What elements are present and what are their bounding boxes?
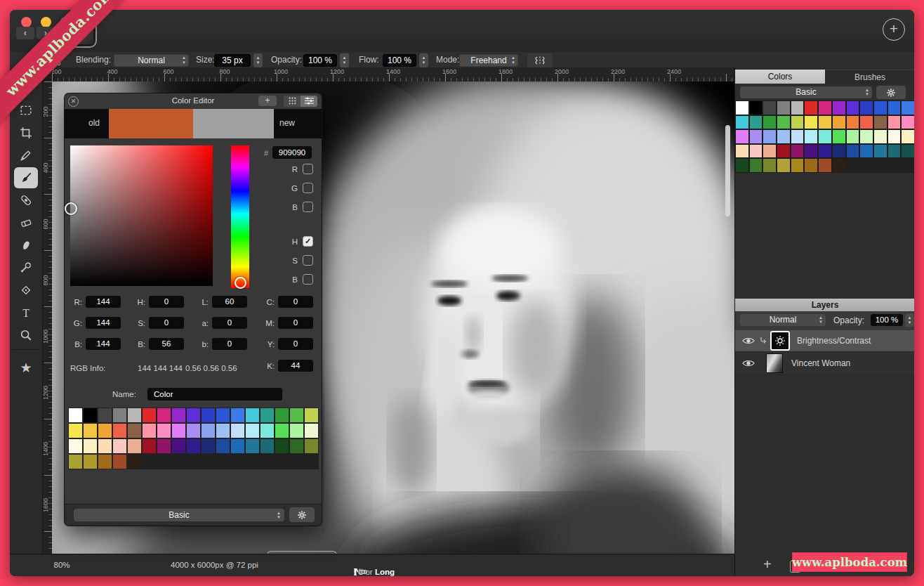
l-field[interactable]: 60 — [212, 296, 247, 308]
color-swatch[interactable] — [777, 115, 791, 130]
saturation-brightness-picker[interactable] — [70, 145, 213, 286]
color-swatch[interactable] — [245, 408, 260, 423]
color-swatch[interactable] — [157, 423, 171, 438]
color-swatch[interactable] — [216, 408, 230, 423]
checkbox-icon[interactable] — [303, 255, 313, 266]
channel-toggle-G[interactable]: G — [261, 183, 313, 193]
color-swatch[interactable] — [186, 438, 201, 454]
brush-stabilizer-button[interactable] — [527, 53, 553, 67]
color-swatch[interactable] — [832, 158, 846, 173]
color-swatch[interactable] — [98, 408, 112, 423]
color-swatch[interactable] — [901, 129, 914, 144]
paint-brush-tool[interactable] — [15, 167, 37, 188]
color-swatch[interactable] — [791, 100, 805, 115]
color-swatch[interactable] — [887, 115, 902, 130]
color-swatch[interactable] — [859, 115, 873, 130]
color-swatch[interactable] — [763, 144, 777, 159]
color-swatch[interactable] — [846, 115, 860, 130]
color-swatch[interactable] — [230, 408, 245, 423]
new-document-button[interactable]: + — [883, 18, 905, 41]
a-field[interactable]: 0 — [212, 317, 247, 329]
color-swatch[interactable] — [142, 408, 157, 423]
color-swatch[interactable] — [846, 100, 860, 115]
checkbox-checked-icon[interactable]: ✓ — [303, 236, 313, 247]
flow-stepper[interactable]: ▲▼ — [419, 53, 428, 67]
opacity-field[interactable]: 100 % — [303, 54, 337, 67]
adjustment-layer-thumbnail[interactable] — [770, 331, 790, 351]
color-swatch[interactable] — [201, 438, 216, 454]
color-swatch[interactable] — [818, 100, 832, 115]
color-swatch[interactable] — [735, 115, 749, 130]
color-swatch[interactable] — [171, 438, 186, 454]
color-swatch[interactable] — [832, 129, 846, 144]
color-swatch[interactable] — [157, 438, 171, 454]
color-swatch[interactable] — [735, 129, 749, 144]
color-swatch[interactable] — [68, 438, 83, 454]
color-swatch[interactable] — [260, 423, 275, 438]
color-swatch[interactable] — [127, 438, 142, 454]
color-swatch[interactable] — [749, 129, 763, 144]
hue-handle[interactable] — [235, 277, 246, 289]
color-swatch[interactable] — [230, 438, 245, 454]
color-swatch[interactable] — [735, 100, 749, 115]
channel-toggle-R[interactable]: R — [261, 164, 313, 174]
color-swatch[interactable] — [804, 144, 818, 159]
h-field[interactable]: 0 — [149, 296, 184, 308]
color-swatch[interactable] — [763, 100, 777, 115]
channel-toggle-B[interactable]: B — [261, 202, 313, 212]
color-swatch[interactable] — [245, 438, 260, 454]
color-swatch[interactable] — [98, 423, 112, 438]
color-swatch[interactable] — [304, 438, 319, 454]
color-swatch[interactable] — [749, 158, 763, 173]
vector-brush-tool[interactable] — [15, 145, 37, 166]
color-swatch[interactable] — [763, 129, 777, 144]
color-swatch[interactable] — [171, 408, 186, 423]
back-button[interactable]: ‹ — [16, 27, 34, 39]
layers-opacity-stepper[interactable]: ▲▼ — [905, 313, 914, 327]
smudge-tool[interactable] — [15, 235, 37, 256]
color-swatch[interactable] — [749, 100, 763, 115]
color-name-input[interactable]: Color — [147, 388, 282, 401]
color-swatch[interactable] — [260, 408, 275, 423]
color-swatch[interactable] — [142, 438, 157, 454]
color-swatch[interactable] — [777, 100, 791, 115]
color-swatch[interactable] — [735, 158, 749, 173]
add-swatch-button[interactable]: + — [258, 96, 277, 106]
r-field[interactable]: 144 — [86, 296, 121, 308]
image-layer-thumbnail[interactable] — [766, 353, 783, 373]
color-swatch[interactable] — [230, 423, 245, 438]
color-swatch[interactable] — [777, 158, 791, 173]
color-swatch[interactable] — [289, 408, 304, 423]
color-swatch[interactable] — [304, 423, 319, 438]
channel-toggle-S[interactable]: S — [261, 255, 313, 266]
checkbox-icon[interactable] — [303, 164, 313, 174]
color-swatch[interactable] — [804, 100, 818, 115]
eye-icon[interactable] — [742, 359, 755, 367]
color-swatch[interactable] — [859, 100, 873, 115]
hex-field[interactable]: 909090 — [272, 146, 312, 159]
tab-colors[interactable]: Colors — [735, 70, 825, 84]
color-swatch[interactable] — [735, 144, 749, 159]
color-swatch[interactable] — [83, 438, 98, 454]
checkbox-icon[interactable] — [303, 274, 313, 285]
checkbox-icon[interactable] — [303, 202, 313, 212]
color-swatch[interactable] — [887, 144, 902, 159]
sliders-view-button[interactable] — [301, 96, 317, 107]
s-field[interactable]: 0 — [149, 317, 184, 329]
layer-row-vincent-woman[interactable]: Vincent Woman — [735, 351, 914, 374]
color-swatch[interactable] — [887, 100, 902, 115]
color-swatch[interactable] — [216, 438, 230, 454]
color-swatch[interactable] — [68, 408, 83, 423]
color-swatch[interactable] — [112, 423, 127, 438]
b-field[interactable]: 144 — [86, 338, 121, 350]
color-swatch[interactable] — [846, 129, 860, 144]
color-swatch[interactable] — [832, 144, 846, 159]
color-swatch[interactable] — [818, 115, 832, 130]
checkbox-icon[interactable] — [303, 183, 313, 193]
c-field[interactable]: 0 — [278, 296, 313, 308]
editor-settings-button[interactable] — [289, 507, 315, 522]
healing-tool[interactable] — [15, 190, 37, 211]
color-swatch[interactable] — [127, 454, 142, 469]
m-field[interactable]: 0 — [278, 317, 313, 329]
color-swatch[interactable] — [127, 408, 142, 423]
